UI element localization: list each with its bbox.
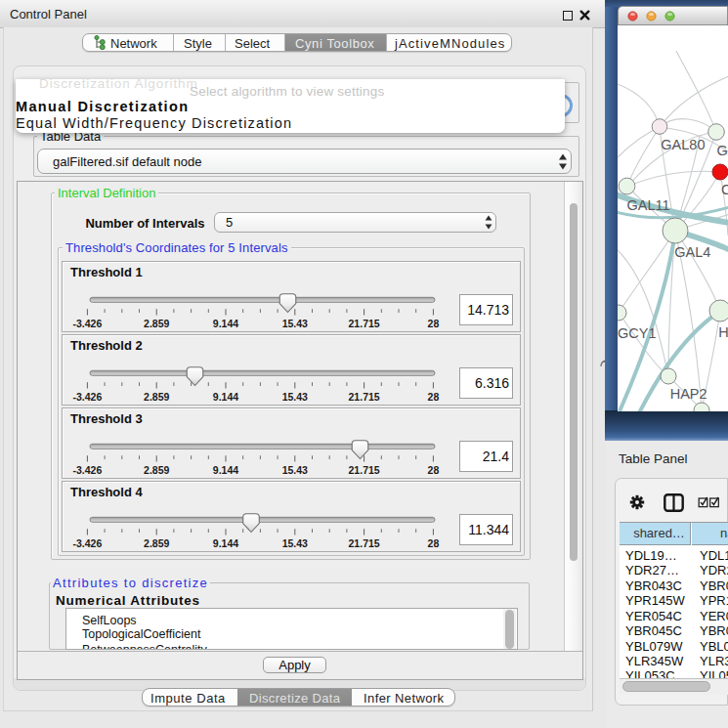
svg-text:9.144: 9.144	[213, 318, 238, 329]
svg-text:2.859: 2.859	[144, 464, 169, 476]
svg-text:HA: HA	[718, 324, 728, 340]
svg-text:-3.426: -3.426	[73, 464, 103, 476]
svg-text:9.144: 9.144	[213, 464, 238, 476]
svg-text:9.144: 9.144	[213, 537, 238, 549]
svg-text:28: 28	[428, 464, 440, 476]
svg-text:21.715: 21.715	[349, 537, 380, 549]
svg-text:28: 28	[428, 318, 440, 329]
svg-text:21.715: 21.715	[349, 318, 380, 329]
svg-text:15.43: 15.43	[282, 318, 308, 329]
svg-text:2.859: 2.859	[144, 318, 169, 329]
svg-text:C: C	[721, 182, 728, 197]
svg-text:2.859: 2.859	[144, 537, 169, 549]
svg-text:15.43: 15.43	[282, 391, 308, 403]
svg-text:21.715: 21.715	[349, 464, 380, 476]
svg-text:GAL11: GAL11	[627, 197, 670, 213]
svg-text:28: 28	[428, 391, 440, 403]
svg-text:-3.426: -3.426	[73, 537, 103, 549]
svg-text:GA: GA	[717, 143, 728, 158]
svg-text:GAL80: GAL80	[661, 137, 705, 152]
svg-text:2.859: 2.859	[144, 391, 169, 403]
svg-text:-3.426: -3.426	[73, 391, 103, 403]
svg-text:9.144: 9.144	[213, 391, 238, 403]
svg-text:15.43: 15.43	[282, 537, 308, 549]
svg-text:21.715: 21.715	[349, 391, 380, 403]
svg-text:HAP2: HAP2	[670, 386, 707, 402]
svg-text:-3.426: -3.426	[73, 318, 103, 329]
svg-text:28: 28	[428, 537, 440, 549]
svg-text:GAL4: GAL4	[674, 244, 710, 260]
svg-text:GCY1: GCY1	[618, 325, 657, 341]
svg-text:15.43: 15.43	[282, 464, 308, 476]
